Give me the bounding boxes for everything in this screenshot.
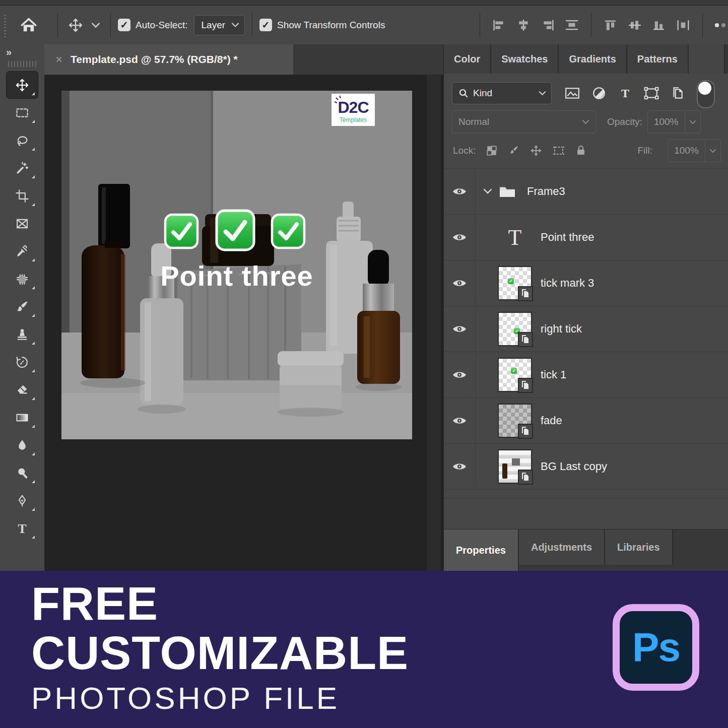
visibility-cell[interactable] xyxy=(444,306,476,352)
lock-transparency-icon[interactable] xyxy=(486,145,498,157)
eye-icon xyxy=(452,370,467,380)
toolbar-grip[interactable] xyxy=(8,61,36,67)
distribute-horizontal-centers-icon xyxy=(676,19,691,31)
tab-properties[interactable]: Properties xyxy=(444,530,519,571)
magic-wand-tool[interactable] xyxy=(6,154,38,182)
auto-select-checkbox[interactable]: ✓ xyxy=(118,19,130,31)
layer-filter-row: Kind T xyxy=(452,82,721,105)
dodge-tool[interactable] xyxy=(6,459,38,487)
visibility-cell[interactable] xyxy=(444,260,476,306)
banner-text: FREE CUSTOMIZABLE PHOTOSHOP FILE xyxy=(31,579,409,716)
tab-color[interactable]: Color xyxy=(444,44,491,74)
filter-shape-layers-icon[interactable] xyxy=(644,86,659,100)
filter-toggle-switch[interactable] xyxy=(697,80,715,108)
pen-tool[interactable] xyxy=(6,487,38,514)
eye-icon xyxy=(452,186,467,196)
align-left-button[interactable] xyxy=(492,19,507,31)
promo-banner: FREE CUSTOMIZABLE PHOTOSHOP FILE Ps xyxy=(0,571,728,728)
thumbnail-bottle xyxy=(502,464,507,479)
more-align-options-button[interactable] xyxy=(714,20,727,30)
blend-mode-select[interactable]: Normal xyxy=(452,110,596,134)
visibility-cell[interactable] xyxy=(444,352,476,398)
lock-position-icon[interactable] xyxy=(530,145,542,157)
distribute-vertical-centers-button[interactable] xyxy=(564,19,579,31)
brush-tool[interactable] xyxy=(6,293,38,320)
move-tool-icon xyxy=(15,78,29,92)
filter-adjustment-layers-icon[interactable] xyxy=(592,86,606,100)
close-icon[interactable]: × xyxy=(55,54,62,65)
lasso-tool[interactable] xyxy=(6,126,38,154)
panel-expand-button[interactable]: » xyxy=(6,46,11,58)
svg-text:Templates: Templates xyxy=(340,116,367,123)
chevron-down-icon xyxy=(582,119,589,124)
opacity-input[interactable]: 100% xyxy=(647,110,701,134)
layer-row-right-tick[interactable]: ✓ right tick xyxy=(444,306,728,352)
move-tool-preset-button[interactable] xyxy=(68,18,100,33)
lock-image-icon[interactable] xyxy=(508,145,520,157)
thumbnail-box xyxy=(512,458,520,466)
layer-row-tick-mark-3[interactable]: ✓ tick mark 3 xyxy=(444,260,728,306)
blur-tool[interactable] xyxy=(6,431,38,459)
dodge-tool-icon xyxy=(15,466,29,480)
document-tab[interactable]: × Template.psd @ 57.7% (RGB/8*) * xyxy=(44,44,293,75)
tick-emoji-mini: ✓ xyxy=(511,368,517,374)
chevron-down-icon xyxy=(539,91,546,96)
tab-swatches[interactable]: Swatches xyxy=(491,44,559,74)
align-middle-vertical-button[interactable] xyxy=(627,19,642,31)
home-button[interactable] xyxy=(20,18,37,33)
visibility-cell[interactable] xyxy=(444,398,476,443)
chevron-down-icon[interactable] xyxy=(483,188,493,195)
align-center-horizontal-button[interactable] xyxy=(516,19,531,31)
lock-all-icon[interactable] xyxy=(575,145,586,157)
filter-kind-select[interactable]: Kind xyxy=(452,82,552,104)
crop-tool-icon xyxy=(15,189,29,203)
marquee-tool[interactable] xyxy=(6,99,38,126)
layer-row-tick-1[interactable]: ✓ tick 1 xyxy=(444,352,728,398)
show-transform-label: Show Transform Controls xyxy=(277,20,385,31)
auto-select-target-select[interactable]: Layer xyxy=(194,15,245,35)
document-title: Template.psd @ 57.7% (RGB/8*) * xyxy=(71,53,238,65)
frame-tool[interactable] xyxy=(6,210,38,237)
tab-adjustments[interactable]: Adjustments xyxy=(519,530,605,565)
layer-row-frame3[interactable]: Frame3 xyxy=(444,169,728,215)
gradient-tool[interactable] xyxy=(6,404,38,431)
d2c-templates-logo: D2C Templates xyxy=(332,94,375,126)
chevron-down-icon xyxy=(709,149,716,153)
filter-smart-objects-icon[interactable] xyxy=(671,86,684,100)
filter-type-layers-icon[interactable]: T xyxy=(619,87,632,100)
lock-artboard-icon[interactable] xyxy=(552,145,565,157)
layer-row-bg-last-copy[interactable]: BG Last copy xyxy=(444,444,728,490)
history-brush-tool[interactable] xyxy=(6,348,38,376)
auto-select-value: Layer xyxy=(202,20,226,31)
clone-stamp-tool[interactable] xyxy=(6,320,38,348)
visibility-cell[interactable] xyxy=(444,169,476,214)
type-tool[interactable]: T xyxy=(6,514,38,542)
healing-patch-tool-icon xyxy=(15,272,29,286)
layer-row-point-three[interactable]: T Point three xyxy=(444,215,728,260)
distribute-horizontal-centers-button[interactable] xyxy=(676,19,691,31)
tab-libraries[interactable]: Libraries xyxy=(605,530,673,565)
crop-tool[interactable] xyxy=(6,182,38,210)
show-transform-checkbox[interactable]: ✓ xyxy=(259,19,272,31)
visibility-cell[interactable] xyxy=(444,444,476,489)
eraser-tool[interactable] xyxy=(6,376,38,404)
canvas-document[interactable]: Point three D2C Templates xyxy=(61,91,412,439)
photoshop-logo-text: Ps xyxy=(632,624,680,671)
photoshop-window: ✓ Auto-Select: Layer ✓ Show Transform Co… xyxy=(0,0,728,728)
eyedropper-tool[interactable] xyxy=(6,237,38,265)
tab-gradients[interactable]: Gradients xyxy=(559,44,627,74)
vertical-scrollbar[interactable] xyxy=(427,75,441,571)
align-top-button[interactable] xyxy=(603,19,618,31)
layer-row-fade[interactable]: fade xyxy=(444,398,728,444)
panel-tab-strip: Color Swatches Gradients Patterns xyxy=(444,44,728,74)
filter-pixel-layers-icon[interactable] xyxy=(565,87,580,100)
visibility-cell[interactable] xyxy=(444,215,476,260)
options-bar-grip[interactable] xyxy=(2,11,8,39)
align-bottom-button[interactable] xyxy=(651,19,667,31)
lasso-tool-icon xyxy=(15,134,29,148)
fill-input[interactable]: 100% xyxy=(668,139,721,162)
align-right-button[interactable] xyxy=(540,19,555,31)
healing-patch-tool[interactable] xyxy=(6,265,38,293)
tab-patterns[interactable]: Patterns xyxy=(627,44,689,74)
move-tool[interactable] xyxy=(6,71,38,99)
